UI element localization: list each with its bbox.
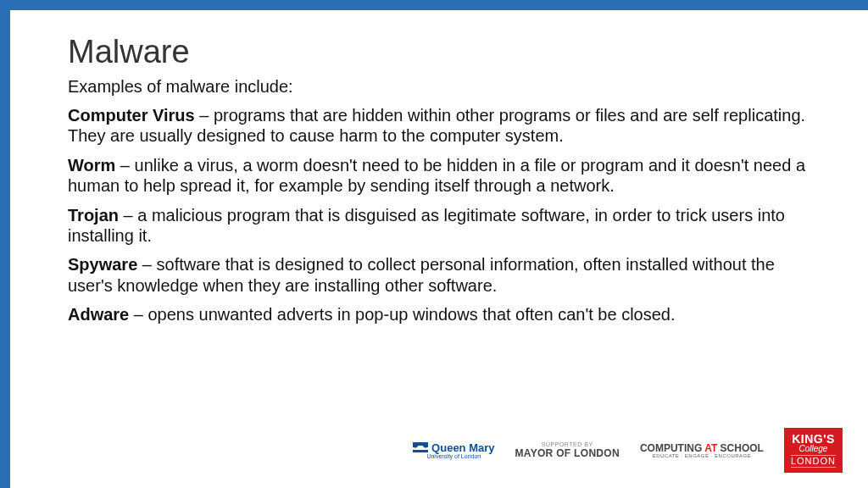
item-computer-virus: Computer Virus – programs that are hidde… (68, 105, 817, 147)
slide-subtitle: Examples of malware include: (68, 77, 817, 97)
item-trojan: Trojan – a malicious program that is dis… (68, 205, 817, 247)
qm-name: Queen Mary (431, 441, 494, 454)
sep: – (137, 255, 156, 274)
kcl-london: LONDON (791, 455, 836, 468)
item-spyware: Spyware – software that is designed to c… (68, 254, 817, 296)
sep: – (119, 206, 137, 225)
item-adware: Adware – opens unwanted adverts in pop-u… (68, 304, 817, 324)
term: Trojan (68, 206, 119, 225)
sep: – (195, 106, 214, 125)
cas-pre: COMPUTING (640, 442, 704, 454)
desc: software that is designed to collect per… (68, 255, 775, 294)
desc: unlike a virus, a worm doesn't need to b… (68, 156, 805, 195)
kcl-college: College (799, 445, 828, 453)
kcl-kings: KING'S (792, 433, 835, 445)
term: Spyware (68, 255, 137, 274)
mayor-sup: SUPPORTED BY (542, 441, 593, 447)
qm-sub: University of London (426, 453, 481, 459)
mayor-main: MAYOR OF LONDON (515, 447, 620, 459)
cas-post: SCHOOL (721, 442, 764, 454)
logo-kings-college-london: KING'S College LONDON (784, 428, 843, 473)
logo-computing-at-school: COMPUTING AT SCHOOL EDUCATE · ENGAGE · E… (640, 443, 764, 458)
desc: opens unwanted adverts in pop-up windows… (148, 305, 676, 324)
sep: – (129, 305, 147, 324)
cas-sub: EDUCATE · ENGAGE · ENCOURAGE (653, 453, 752, 458)
logo-mayor-of-london: SUPPORTED BY MAYOR OF LONDON (515, 441, 620, 459)
term: Adware (68, 305, 129, 324)
item-worm: Worm – unlike a virus, a worm doesn't ne… (68, 155, 817, 197)
logo-queen-mary: Queen Mary University of London (413, 441, 494, 459)
footer-logos: Queen Mary University of London SUPPORTE… (413, 428, 843, 473)
desc: a malicious program that is disguised as… (68, 206, 785, 245)
slide: Malware Examples of malware include: Com… (0, 0, 868, 488)
cas-em: AT (704, 442, 720, 454)
crown-icon (413, 442, 428, 452)
slide-title: Malware (68, 34, 817, 70)
term: Worm (68, 156, 115, 175)
sep: – (115, 156, 134, 175)
term: Computer Virus (68, 106, 195, 125)
